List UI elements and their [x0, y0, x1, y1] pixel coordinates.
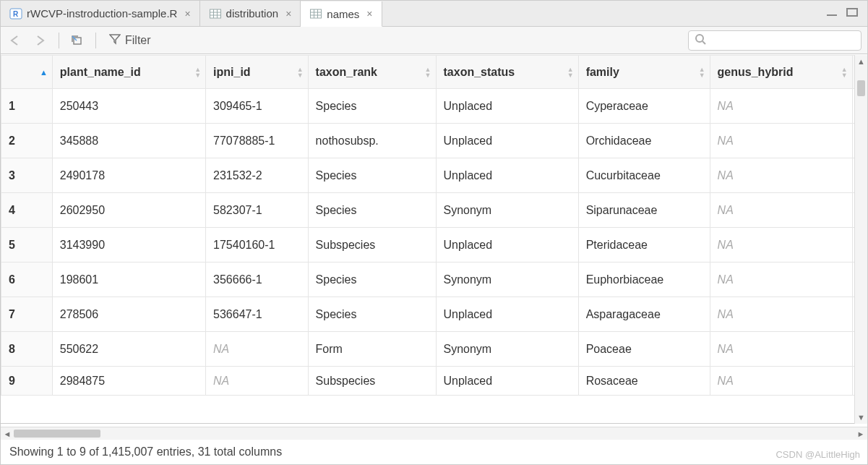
na-value: NA [718, 135, 734, 147]
cell-genus-hybrid: NA [710, 297, 852, 332]
tab-distribution[interactable]: distribution × [200, 1, 301, 26]
close-icon[interactable]: × [285, 8, 291, 20]
scroll-right-icon[interactable]: ► [854, 430, 867, 438]
sort-icon[interactable]: ▲▼ [297, 67, 304, 78]
col-label: taxon_status [444, 66, 515, 78]
horizontal-scrollbar[interactable]: ◄ ► [1, 427, 867, 440]
col-label: genus_hybrid [718, 66, 794, 78]
sort-icon[interactable]: ▲▼ [699, 67, 705, 78]
na-value: NA [718, 375, 734, 387]
cell-family: Orchidaceae [578, 124, 710, 158]
col-family[interactable]: family▲▼ [578, 56, 710, 89]
na-value: NA [213, 375, 229, 387]
cell-ipni-id: 309465-1 [206, 89, 309, 124]
rownum-cell: 9 [1, 367, 53, 396]
minimize-icon[interactable] [825, 7, 840, 20]
hscroll-thumb[interactable] [14, 430, 100, 438]
na-value: NA [718, 239, 734, 251]
popout-button[interactable] [68, 31, 87, 50]
cell-taxon-status: Synonym [436, 263, 578, 297]
hscroll-track[interactable] [14, 427, 854, 440]
cell-family: Euphorbiaceae [578, 263, 710, 297]
sort-asc-icon[interactable]: ▲ [40, 69, 48, 75]
back-button[interactable] [7, 31, 25, 50]
col-label: taxon_rank [316, 66, 377, 78]
cell-genus-hybrid: NA [710, 158, 852, 193]
sort-icon[interactable]: ▲▼ [567, 67, 574, 78]
tab-r-script[interactable]: R rWCVP-instroduction-sample.R × [1, 1, 200, 26]
cell-taxon-rank: Species [308, 297, 436, 332]
close-icon[interactable]: × [366, 8, 372, 20]
cell-plant-name-id: 3143990 [52, 228, 205, 263]
cell-plant-name-id: 550622 [52, 332, 205, 367]
na-value: NA [718, 204, 734, 216]
table-row[interactable]: 7278506536647-1SpeciesUnplacedAsparagace… [1, 297, 867, 332]
col-label: plant_name_id [60, 66, 141, 78]
scroll-down-icon[interactable]: ▼ [855, 411, 867, 424]
col-genus-hybrid[interactable]: genus_hybrid▲▼ [710, 56, 852, 89]
table-row[interactable]: 6198601356666-1SpeciesSynonymEuphorbiace… [1, 263, 867, 297]
cell-taxon-rank: Subspecies [308, 367, 436, 396]
filter-button[interactable]: Filter [105, 32, 155, 49]
toolbar: Filter [1, 27, 867, 54]
col-taxon-status[interactable]: taxon_status▲▼ [436, 56, 578, 89]
close-icon[interactable]: × [184, 8, 190, 20]
forward-button[interactable] [31, 31, 50, 50]
tab-label: rWCVP-instroduction-sample.R [27, 7, 177, 20]
tab-label: names [327, 8, 359, 20]
table-row[interactable]: 5314399017540160-1SubspeciesUnplacedPter… [1, 228, 867, 263]
scroll-left-icon[interactable]: ◄ [1, 430, 14, 438]
svg-rect-2 [210, 9, 220, 18]
cell-ipni-id: 582307-1 [206, 193, 309, 228]
cell-taxon-status: Unplaced [436, 89, 578, 124]
cell-genus-hybrid: NA [710, 193, 852, 228]
table-row[interactable]: 32490178231532-2SpeciesUnplacedCucurbita… [1, 158, 867, 193]
r-script-icon: R [9, 7, 22, 20]
na-value: NA [718, 308, 734, 320]
cell-plant-name-id: 2490178 [52, 158, 205, 193]
search-box[interactable] [688, 30, 861, 51]
table-row[interactable]: 92984875NASubspeciesUnplacedRosaceaeNA [1, 367, 867, 396]
cell-taxon-rank: Species [308, 263, 436, 297]
na-value: NA [718, 273, 734, 286]
cell-taxon-rank: Species [308, 193, 436, 228]
sort-icon[interactable]: ▲▼ [194, 67, 201, 78]
search-icon [695, 33, 706, 47]
tab-names[interactable]: names × [301, 1, 382, 27]
sort-icon[interactable]: ▲▼ [425, 67, 431, 78]
separator [95, 33, 96, 48]
tab-label: distribution [226, 7, 279, 20]
col-ipni-id[interactable]: ipni_id▲▼ [206, 56, 309, 89]
cell-plant-name-id: 2984875 [52, 367, 205, 396]
cell-plant-name-id: 2602950 [52, 193, 205, 228]
cell-taxon-status: Unplaced [436, 158, 578, 193]
vscroll-thumb[interactable] [857, 80, 865, 96]
svg-line-16 [702, 41, 705, 44]
cell-family: Poaceae [578, 332, 710, 367]
table-row[interactable]: 234588877078885-1nothosubsp.UnplacedOrch… [1, 124, 867, 158]
rownum-cell: 7 [1, 297, 53, 332]
rownum-header[interactable]: ▲ [1, 56, 53, 89]
scroll-up-icon[interactable]: ▲ [855, 55, 867, 68]
rownum-cell: 6 [1, 263, 53, 297]
cell-genus-hybrid: NA [710, 89, 852, 124]
search-input[interactable] [710, 35, 855, 46]
table-row[interactable]: 42602950582307-1SpeciesSynonymSiparunace… [1, 193, 867, 228]
cell-genus-hybrid: NA [710, 367, 852, 396]
maximize-icon[interactable] [846, 7, 860, 20]
cell-taxon-status: Synonym [436, 193, 578, 228]
table-row[interactable]: 8550622NAFormSynonymPoaceaeNA [1, 332, 867, 367]
na-value: NA [718, 100, 734, 112]
svg-rect-12 [827, 14, 837, 16]
table-row[interactable]: 1250443309465-1SpeciesUnplacedCyperaceae… [1, 89, 867, 124]
sort-icon[interactable]: ▲▼ [841, 67, 848, 78]
vertical-scrollbar[interactable]: ▲ ▼ [854, 55, 867, 424]
cell-ipni-id: 356666-1 [206, 263, 309, 297]
col-taxon-rank[interactable]: taxon_rank▲▼ [308, 56, 436, 89]
cell-ipni-id: 536647-1 [206, 297, 309, 332]
col-plant-name-id[interactable]: plant_name_id▲▼ [52, 56, 205, 89]
svg-rect-13 [847, 9, 857, 16]
separator [59, 33, 59, 48]
cell-plant-name-id: 250443 [52, 89, 205, 124]
cell-genus-hybrid: NA [710, 228, 852, 263]
